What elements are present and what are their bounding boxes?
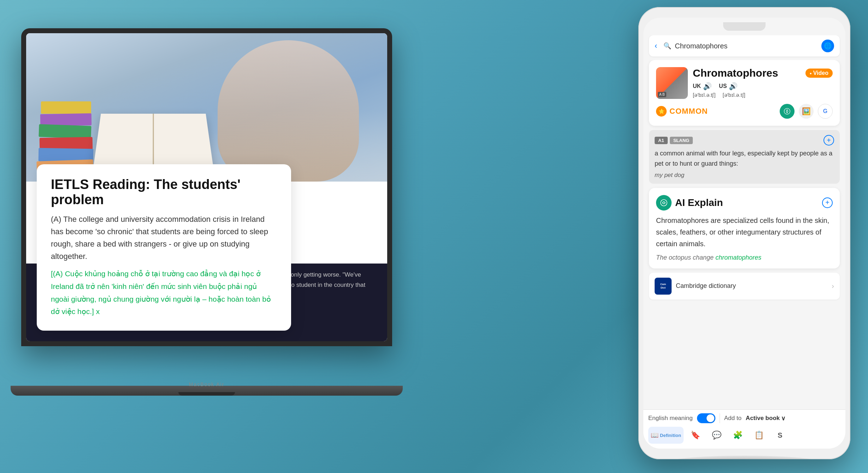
definition-tags-row: A1 SLANG + — [655, 135, 834, 146]
dictionary-name: Cambridge dictionary — [676, 282, 827, 290]
video-label: Video — [813, 70, 828, 76]
toggle-knob — [707, 414, 714, 422]
ai-example-highlight: chromatophores — [715, 254, 761, 261]
google-icon[interactable]: G — [818, 104, 833, 119]
search-icon: 🔍 — [663, 42, 671, 50]
pronunciation-text-row: [ə'bɪl.ə.tʃ] [ə'bɪl.ə.tʃ] — [693, 92, 833, 98]
toolbar-divider — [720, 413, 720, 423]
laptop-screen: – they're paying to share a bed with com… — [26, 33, 387, 341]
english-meaning-toggle[interactable] — [697, 413, 715, 423]
ai-explain-card: AI Explain + Chromatophores are speciali… — [649, 188, 840, 268]
laptop-body: – they're paying to share a bed with com… — [21, 28, 392, 346]
svg-text:Dict: Dict — [661, 286, 666, 289]
word-info: Chromatophores ● Video UK 🔊 — [693, 67, 833, 100]
ai-title: AI Explain — [675, 197, 723, 208]
word-card-header: Chromatophores ● Video UK 🔊 — [656, 67, 833, 100]
add-definition-button[interactable]: + — [823, 135, 834, 146]
phone-screen: ‹ 🔍 Chromatophores 🌐 Chromatophores — [643, 18, 845, 449]
book-stack — [37, 47, 100, 175]
book-4 — [39, 124, 91, 138]
svg-point-1 — [661, 200, 667, 206]
definition-text: a common animal with four legs, especial… — [655, 148, 834, 169]
ai-icon — [656, 195, 672, 211]
svg-text:Cam: Cam — [660, 283, 666, 286]
uk-pronunciation: UK 🔊 — [693, 82, 712, 90]
search-input-value[interactable]: Chromatophores — [675, 42, 818, 50]
pronunciation-row: UK 🔊 US 🔊 — [693, 82, 833, 90]
book-6 — [41, 101, 91, 114]
definition-card: A1 SLANG + a common animal with four leg… — [649, 130, 840, 184]
us-pron-text: [ə'bɪl.ə.tʃ] — [722, 92, 745, 98]
common-star: ⭐ — [656, 106, 667, 117]
phone-status-bar — [643, 18, 845, 35]
definition-tab-label: Definition — [660, 433, 681, 438]
phone-scroll-content: Chromatophores ● Video UK 🔊 — [643, 60, 845, 400]
us-label: US — [719, 83, 727, 89]
chat-tab[interactable]: 💬 — [707, 427, 726, 444]
svg-point-0 — [784, 108, 790, 114]
active-book-chevron-icon: ∨ — [781, 415, 785, 422]
laptop-hero-image — [26, 33, 387, 182]
student-figure — [218, 40, 359, 182]
add-to-label: Add to — [724, 415, 742, 422]
phone-back-button[interactable]: ‹ — [655, 41, 660, 51]
toolbar-top-row: English meaning Add to Active book ∨ — [648, 413, 840, 423]
definition-example: my pet dog — [655, 172, 834, 179]
us-pronunciation: US 🔊 — [719, 82, 738, 90]
definition-icon: 📖 Definition — [648, 427, 684, 444]
bookmark-tab[interactable]: 🔖 — [686, 427, 705, 444]
image-icon[interactable]: 🖼️ — [799, 104, 814, 119]
word-title-row: Chromatophores ● Video — [693, 67, 833, 79]
active-book-label: Active book — [746, 415, 780, 422]
word-card: Chromatophores ● Video UK 🔊 — [649, 60, 840, 126]
us-sound-icon[interactable]: 🔊 — [729, 82, 738, 90]
list-tab[interactable]: 📋 — [749, 427, 768, 444]
video-dot: ● — [810, 71, 812, 75]
puzzle-tab[interactable]: 🧩 — [728, 427, 747, 444]
uk-pron-text: [ə'bɪl.ə.tʃ] — [693, 92, 715, 98]
add-ai-button[interactable]: + — [822, 197, 833, 208]
ai-example: The octopus change chromatophores — [656, 254, 833, 261]
phone-bottom-toolbar: English meaning Add to Active book ∨ 📖 — [643, 409, 845, 449]
ai-card-header: AI Explain + — [656, 195, 833, 211]
toolbar-icons-row: 📖 Definition 🔖 💬 🧩 📋 S — [648, 427, 840, 444]
word-action-icons: 🖼️ G — [780, 104, 833, 119]
ai-explanation-text: Chromatophores are specialized cells fou… — [656, 215, 833, 250]
phone-shadow — [674, 456, 815, 459]
definition-tab[interactable]: 📖 Definition — [648, 427, 684, 444]
word-thumbnail — [656, 67, 688, 99]
article-title: IETLS Reading: The students' problem — [51, 177, 277, 207]
active-book-button[interactable]: Active book ∨ — [746, 415, 785, 422]
tag-a1: A1 — [655, 137, 668, 144]
phone-notch — [723, 22, 766, 31]
ai-example-prefix: The octopus change — [656, 254, 715, 261]
definition-icon-symbol: 📖 — [651, 431, 659, 439]
tag-slang: SLANG — [670, 137, 693, 144]
article-translation: [(A) Cuộc khủng hoảng chỗ ở tại trường c… — [51, 267, 277, 318]
phone: ‹ 🔍 Chromatophores 🌐 Chromatophores — [638, 7, 850, 459]
common-label: COMMON — [669, 107, 708, 116]
uk-label: UK — [693, 83, 701, 89]
ai-title-row: AI Explain — [656, 195, 723, 211]
laptop-brand-label: MacBook Air — [189, 382, 225, 387]
cambridge-dictionary-row[interactable]: Cam Dict Cambridge dictionary › — [649, 273, 840, 300]
laptop-article-popup: IETLS Reading: The students' problem (A)… — [37, 164, 291, 331]
phone-search-bar: ‹ 🔍 Chromatophores 🌐 — [649, 35, 840, 57]
laptop: – they're paying to share a bed with com… — [21, 28, 410, 417]
uk-sound-icon[interactable]: 🔊 — [703, 82, 712, 90]
gpt-icon[interactable] — [780, 104, 795, 119]
word-title: Chromatophores — [693, 67, 778, 79]
s-tab[interactable]: S — [770, 427, 790, 444]
cambridge-icon: Cam Dict — [655, 278, 672, 295]
tags-group: A1 SLANG — [655, 137, 693, 144]
common-badge: ⭐ COMMON 🖼️ G — [656, 104, 833, 119]
english-meaning-label: English meaning — [648, 415, 693, 422]
video-badge[interactable]: ● Video — [805, 69, 833, 78]
phone-body: ‹ 🔍 Chromatophores 🌐 Chromatophores — [638, 7, 850, 459]
laptop-base: MacBook Air — [11, 386, 403, 396]
article-paragraph: (A) The college and university accommoda… — [51, 213, 277, 263]
dictionary-chevron-icon: › — [832, 282, 834, 290]
globe-icon[interactable]: 🌐 — [821, 40, 834, 52]
